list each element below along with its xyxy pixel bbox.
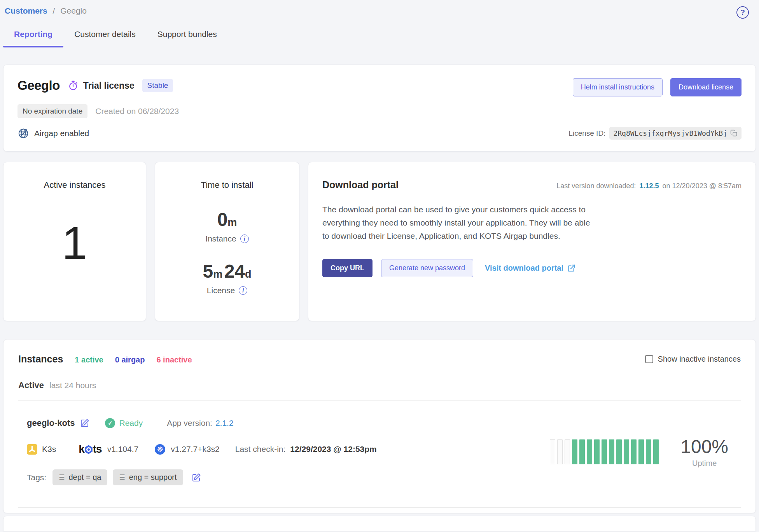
- next-card-strip: [3, 516, 756, 531]
- distribution: K3s: [27, 444, 56, 455]
- breadcrumb-separator: /: [53, 6, 55, 15]
- uptime-bar-filled: [624, 439, 629, 464]
- airgap-label: Airgap enabled: [34, 129, 89, 138]
- tab-reporting[interactable]: Reporting: [3, 30, 63, 47]
- license-type: Trial license: [68, 80, 135, 91]
- show-inactive-toggle[interactable]: Show inactive instances: [645, 355, 741, 364]
- tag-icon: ☰: [119, 473, 125, 481]
- uptime-bar-empty: [565, 439, 570, 464]
- tag-text: dept = qa: [68, 473, 101, 482]
- instance-row: geeglo-kots ✓ Ready App version:2.1.2: [18, 401, 741, 508]
- tag-pill: ☰dept = qa: [52, 469, 107, 485]
- license-id-row: License ID: 2Rq8WLcsjfxqrMysjvB1WodYkBj: [568, 127, 742, 140]
- breadcrumb-current: Geeglo: [60, 6, 87, 15]
- uptime-bar-filled: [616, 439, 622, 464]
- tab-customer-details[interactable]: Customer details: [63, 30, 147, 47]
- license-info-icon[interactable]: i: [239, 286, 247, 295]
- tag-text: eng = support: [129, 473, 177, 482]
- active-instances-title: Active instances: [3, 180, 146, 190]
- k8s-version: v1.27.7+k3s2: [171, 444, 220, 454]
- breadcrumb-customers-link[interactable]: Customers: [5, 6, 47, 15]
- customer-summary-card: Geeglo Trial license Stable Helm install…: [3, 65, 756, 152]
- show-inactive-label: Show inactive instances: [658, 355, 741, 364]
- instance-install-label: Instance i: [155, 234, 299, 243]
- instance-info-icon[interactable]: i: [240, 234, 249, 243]
- instances-count-red[interactable]: 6 inactive: [156, 355, 192, 364]
- created-date-text: Created on 06/28/2023: [95, 107, 179, 116]
- uptime-bar-filled: [646, 439, 651, 464]
- license-install-time: 5m 24d: [155, 261, 299, 282]
- download-portal-description: The download portal can be used to give …: [322, 203, 598, 243]
- customer-reporting-page: Customers / Geeglo ? ReportingCustomer d…: [0, 0, 759, 531]
- copy-license-id-icon[interactable]: [730, 130, 738, 137]
- instances-card: Instances 1 active0 airgap6 inactive Sho…: [3, 339, 756, 513]
- external-link-icon: [567, 264, 575, 272]
- channel-badge: Stable: [142, 79, 173, 92]
- uptime-bar-filled: [572, 439, 577, 464]
- instances-title: Instances: [18, 354, 63, 365]
- uptime-bar-filled: [638, 439, 644, 464]
- tags-label: Tags:: [27, 473, 46, 482]
- edit-instance-name-icon[interactable]: [80, 418, 89, 428]
- airgap-globe-icon: [17, 128, 29, 139]
- k3s-icon: [27, 444, 37, 455]
- last-version-link[interactable]: 1.12.5: [640, 182, 659, 190]
- kots-o-icon: [85, 445, 93, 454]
- uptime-bar-empty: [550, 439, 555, 464]
- instance-name: geeglo-kots: [27, 418, 75, 428]
- breadcrumb: Customers / Geeglo: [5, 6, 87, 16]
- help-icon[interactable]: ?: [736, 6, 749, 19]
- ready-check-icon: ✓: [105, 418, 115, 428]
- instances-count-green[interactable]: 1 active: [75, 355, 103, 364]
- uptime-percentage: 100%: [680, 436, 728, 457]
- expiration-badge: No expiration date: [17, 104, 87, 118]
- uptime-bar-filled: [602, 439, 607, 464]
- customer-name: Geeglo: [17, 78, 60, 93]
- tag-icon: ☰: [59, 473, 65, 481]
- instances-count-indigo[interactable]: 0 airgap: [115, 355, 145, 364]
- uptime-label: Uptime: [680, 459, 728, 468]
- license-type-label: Trial license: [83, 80, 135, 91]
- last-version-downloaded: Last version downloaded: 1.12.5 on 12/20…: [556, 182, 742, 190]
- last-checkin-label: Last check-in:: [235, 444, 286, 454]
- show-inactive-checkbox[interactable]: [645, 355, 653, 363]
- trial-stopwatch-icon: [68, 80, 79, 91]
- uptime-bar-filled: [587, 439, 592, 464]
- top-bar: Customers / Geeglo ?: [3, 5, 756, 19]
- uptime-bar-filled: [579, 439, 585, 464]
- instance-install-time: 0m: [155, 209, 299, 230]
- tag-list: ☰dept = qa☰eng = support: [52, 469, 183, 485]
- edit-tags-icon[interactable]: [192, 473, 201, 482]
- ready-label: Ready: [119, 418, 143, 428]
- uptime-bar-empty: [557, 439, 563, 464]
- instance-counts: 1 active0 airgap6 inactive: [75, 355, 192, 364]
- uptime-bars: [550, 439, 659, 464]
- helm-install-instructions-button[interactable]: Helm install instructions: [573, 78, 663, 96]
- time-to-install-title: Time to install: [155, 180, 299, 190]
- license-id-value: 2Rq8WLcsjfxqrMysjvB1WodYkBj: [613, 129, 727, 137]
- active-instances-value: 1: [3, 217, 146, 270]
- stats-row: Active instances 1 Time to install 0m In…: [3, 162, 756, 321]
- time-to-install-card: Time to install 0m Instance i 5m 24d Lic…: [155, 162, 299, 321]
- app-version: App version:2.1.2: [167, 418, 233, 428]
- download-portal-title: Download portal: [322, 179, 399, 191]
- uptime-bar-filled: [594, 439, 600, 464]
- tab-bar: ReportingCustomer detailsSupport bundles: [3, 30, 756, 47]
- app-version-link[interactable]: 2.1.2: [215, 418, 234, 427]
- tab-support-bundles[interactable]: Support bundles: [147, 30, 228, 47]
- last-checkin-value: 12/29/2023 @ 12:53pm: [290, 444, 376, 454]
- copy-url-button[interactable]: Copy URL: [322, 259, 373, 277]
- kots-logo: kts: [79, 443, 101, 455]
- license-id-pill: 2Rq8WLcsjfxqrMysjvB1WodYkBj: [609, 127, 742, 140]
- uptime-bar-filled: [653, 439, 659, 464]
- distribution-label: K3s: [42, 444, 56, 454]
- visit-download-portal-link[interactable]: Visit download portal: [485, 264, 575, 273]
- instance-status: ✓ Ready: [105, 418, 143, 428]
- download-license-button[interactable]: Download license: [670, 78, 742, 96]
- kots-version: v1.104.7: [107, 444, 139, 454]
- license-id-label: License ID:: [568, 129, 605, 138]
- download-portal-card: Download portal Last version downloaded:…: [308, 162, 756, 321]
- active-instances-card: Active instances 1: [3, 162, 146, 321]
- generate-new-password-button[interactable]: Generate new password: [381, 259, 473, 277]
- active-section-sublabel: last 24 hours: [49, 381, 96, 390]
